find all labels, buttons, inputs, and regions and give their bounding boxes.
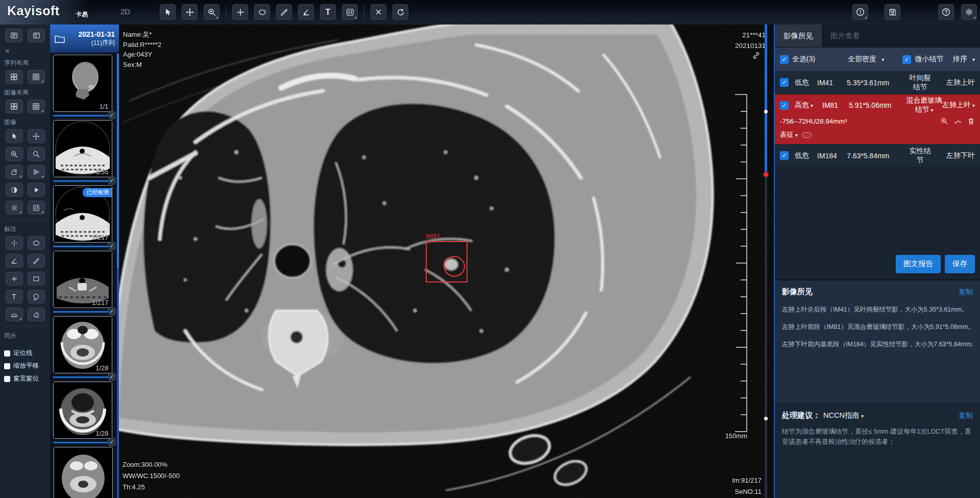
select-all-control[interactable]: ✓ 全选(3) — [780, 55, 815, 64]
nodule-row-selected[interactable]: ✓ 高危▾ IM81 5.91*5.06mm 混合磨玻璃结节▾ 左肺上叶▾ -7… — [775, 94, 980, 144]
annotate-rect-button[interactable] — [28, 272, 45, 286]
link-sync-icon[interactable] — [752, 51, 761, 62]
grid-2x2-icon — [10, 102, 18, 111]
checkbox-unchecked[interactable] — [4, 363, 10, 369]
image-brightness-button[interactable] — [6, 201, 23, 215]
image-rotate-button[interactable] — [6, 165, 23, 179]
tab-findings[interactable]: 影像所见 — [775, 25, 822, 47]
brightness-icon — [10, 204, 18, 212]
image-play-button[interactable] — [28, 183, 45, 197]
series-panel-toggle-button[interactable] — [5, 29, 22, 42]
guideline-dropdown[interactable]: NCCN指南▾ — [823, 411, 864, 420]
image-flip-button[interactable] — [28, 165, 45, 179]
nodule-checkbox[interactable]: ✓ — [780, 151, 789, 160]
thumbnail-axial-brain[interactable]: 1/28 — [53, 382, 112, 439]
save-button[interactable]: 保存 — [945, 255, 975, 273]
report-button[interactable]: 图文报告 — [896, 255, 941, 273]
micro-nodule-checkbox[interactable]: ✓ — [902, 55, 911, 64]
help-button[interactable] — [938, 4, 954, 20]
text-tool-button[interactable]: T — [320, 4, 336, 20]
report-alert-button[interactable] — [852, 4, 868, 20]
current-nodule-marker-dot[interactable] — [763, 172, 769, 177]
series-count: (11)序列 — [65, 39, 115, 48]
select-all-checkbox[interactable]: ✓ — [780, 55, 789, 64]
sort-dropdown[interactable]: 排序 ▾ — [953, 55, 975, 64]
image-cursor-button[interactable] — [6, 129, 23, 143]
feature-dropdown[interactable]: 表征▾ — [780, 130, 798, 139]
nodule-checkbox[interactable]: ✓ — [780, 78, 789, 87]
nodule-type-dropdown[interactable]: 混合磨玻璃结节▾ — [906, 96, 942, 114]
annotate-eraser-button[interactable] — [28, 307, 45, 321]
contour-edit-icon[interactable] — [953, 117, 962, 125]
annotate-bubble-button[interactable] — [28, 290, 45, 303]
angle-tool-button[interactable] — [298, 4, 314, 20]
ct-viewport[interactable]: IM81 Name:吴* Patid:R*****2 Age:043Y Sex:… — [119, 25, 774, 498]
reset-tool-button[interactable] — [393, 4, 408, 20]
chevron-down-icon: ▾ — [811, 103, 813, 108]
feature-toggle[interactable] — [802, 132, 812, 138]
checkbox-unchecked[interactable] — [4, 376, 10, 382]
ellipse-tool-button[interactable] — [254, 4, 270, 20]
series-header[interactable]: 2021-01-31 (11)序列 — [50, 25, 119, 53]
nodule-row[interactable]: ✓ 低危 IM184 7.63*5.84mm 实性结节 左肺下叶 — [775, 144, 980, 168]
thumbnail-axial-lung[interactable]: 1/55 — [53, 120, 112, 177]
thumbnail-label: 1/217 — [92, 299, 109, 306]
annotate-text-button[interactable]: T — [6, 290, 23, 303]
layout-panel-button[interactable] — [28, 29, 45, 42]
crosshair-tool-button[interactable] — [232, 4, 248, 20]
pan-tool-button[interactable] — [182, 4, 198, 20]
nodule-row[interactable]: ✓ 低危 IM41 5.35*3.61mm 叶间裂结节 左肺上叶 — [775, 71, 980, 94]
image-pan-button[interactable] — [28, 129, 45, 143]
thumbnail-scout[interactable]: 1/1 — [53, 55, 112, 112]
sync-option-label: 定位线 — [13, 349, 33, 358]
image-window-level-button[interactable] — [28, 201, 45, 215]
checkbox-unchecked[interactable] — [4, 350, 10, 357]
annotate-plus-button[interactable] — [6, 272, 23, 286]
slice-position-slider[interactable] — [765, 25, 767, 498]
image-invert-button[interactable] — [6, 183, 23, 197]
check-icon: ✓ — [108, 307, 116, 316]
nodule-location-dropdown[interactable]: 左肺上叶▾ — [942, 101, 975, 110]
nodule-risk-dropdown[interactable]: 高危▾ — [795, 101, 822, 110]
image-grid-3x3-button[interactable] — [28, 100, 45, 113]
nodule-marker-dot[interactable] — [764, 110, 768, 113]
sync-option-window[interactable]: 窗宽窗位 — [4, 374, 50, 383]
nodule-checkbox[interactable]: ✓ — [780, 101, 789, 110]
image-magnify-button[interactable] — [28, 147, 45, 161]
image-grid-2x2-button[interactable] — [6, 100, 23, 113]
tab-image-view[interactable]: 图片查看 — [822, 25, 869, 47]
micro-nodule-control[interactable]: ✓ 微小结节 — [902, 55, 943, 64]
thumbnail-axial-soft[interactable]: 1/217 — [53, 251, 112, 308]
annotate-arc-ruler-button[interactable] — [6, 307, 23, 321]
trash-icon[interactable] — [967, 117, 975, 125]
series-grid-2x2-button[interactable] — [6, 70, 23, 84]
pencil-tool-button[interactable] — [276, 4, 292, 20]
save-study-button[interactable] — [885, 4, 900, 20]
annotate-crosshair-button[interactable] — [6, 236, 23, 250]
annotate-angle-button[interactable] — [6, 254, 23, 268]
nodule-marker-dot[interactable] — [764, 417, 768, 420]
annotate-pencil-button[interactable] — [28, 254, 45, 268]
sync-option-localizer[interactable]: 定位线 — [4, 349, 50, 358]
cursor-tool-button[interactable] — [160, 4, 176, 20]
sync-option-zoom-pan[interactable]: 缩放平移 — [4, 362, 50, 370]
eraser-icon — [32, 311, 40, 319]
thumbnail-axial-brain[interactable] — [54, 447, 113, 498]
settings-button[interactable] — [961, 4, 977, 20]
window-level-tool-button[interactable] — [342, 4, 358, 20]
zoom-in-tool-button[interactable] — [204, 4, 219, 20]
copy-findings-link[interactable]: 复制 — [959, 288, 973, 297]
thumbnail-axial-brain[interactable]: 1/28 — [53, 316, 112, 373]
delete-annotation-button[interactable] — [371, 4, 386, 20]
ct-image: IM81 — [119, 25, 774, 498]
image-zoom-in-button[interactable] — [6, 147, 23, 161]
thumbnail-selected-bar: ✓ — [53, 376, 113, 378]
collapse-sidebar-button[interactable]: « — [5, 47, 50, 54]
copy-advice-link[interactable]: 复制 — [959, 411, 973, 420]
nodule-risk: 低危 — [795, 151, 817, 160]
series-grid-3x3-button[interactable] — [28, 70, 45, 84]
locate-zoom-icon[interactable] — [940, 117, 948, 125]
annotate-ellipse-button[interactable] — [28, 236, 45, 250]
density-dropdown[interactable]: 全部密度 ▾ — [848, 55, 884, 64]
thumbnail-axial-lung-detected[interactable]: 已经检测 1/217 — [53, 185, 112, 243]
